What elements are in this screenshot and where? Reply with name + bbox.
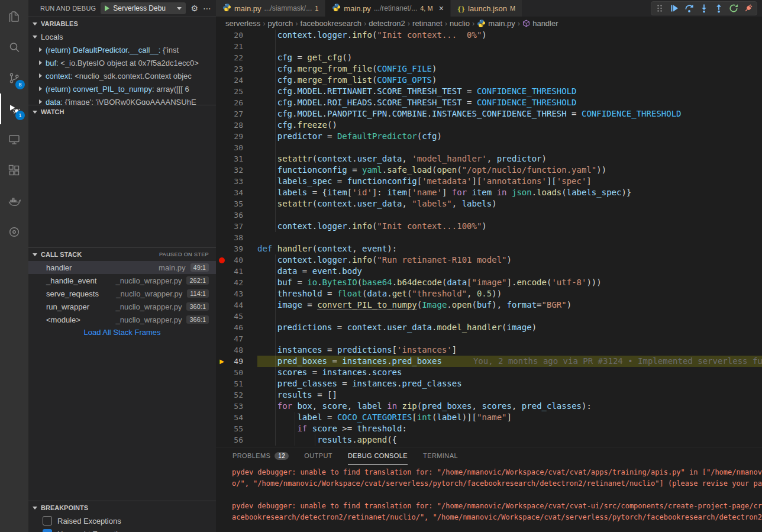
code-editor[interactable]: 20 context.logger.info("Init context... … bbox=[216, 30, 762, 447]
line-number[interactable]: 37 bbox=[228, 221, 243, 232]
code-text[interactable]: labels = {item['id']: item['name'] for i… bbox=[243, 187, 631, 198]
panel-tab-debug-console[interactable]: DEBUG CONSOLE bbox=[348, 447, 408, 465]
glyph-margin[interactable] bbox=[216, 322, 228, 333]
code-text[interactable]: labels_spec = functionconfig['metadata']… bbox=[243, 176, 592, 187]
line-number[interactable]: 42 bbox=[228, 277, 243, 288]
code-text[interactable]: context.logger.info("Run retinanet-R101 … bbox=[243, 254, 512, 266]
step-out-icon[interactable] bbox=[712, 2, 725, 15]
glyph-margin[interactable] bbox=[216, 41, 228, 52]
glyph-margin[interactable] bbox=[216, 75, 228, 86]
code-text[interactable]: data = event.body bbox=[243, 266, 362, 277]
glyph-margin[interactable] bbox=[216, 344, 228, 356]
glyph-margin[interactable] bbox=[216, 131, 228, 142]
breadcrumb-item[interactable]: retinanet bbox=[412, 19, 443, 28]
code-text[interactable]: buf = io.BytesIO(base64.b64decode(data["… bbox=[243, 277, 602, 288]
breadcrumb-item[interactable]: handler bbox=[522, 19, 558, 28]
line-number[interactable]: 35 bbox=[228, 198, 243, 209]
glyph-margin[interactable] bbox=[216, 277, 228, 288]
line-number[interactable]: 33 bbox=[228, 176, 243, 187]
breakpoints-section-header[interactable]: BREAKPOINTS bbox=[28, 501, 216, 514]
line-number[interactable]: 46 bbox=[228, 322, 243, 333]
continue-icon[interactable] bbox=[668, 2, 681, 15]
step-into-icon[interactable] bbox=[698, 2, 711, 15]
glyph-margin[interactable] bbox=[216, 30, 228, 41]
glyph-margin[interactable] bbox=[216, 299, 228, 311]
code-text[interactable]: results.append({ bbox=[243, 434, 397, 446]
glyph-margin[interactable] bbox=[216, 187, 228, 198]
line-number[interactable]: 49 bbox=[228, 356, 243, 367]
line-number[interactable]: 52 bbox=[228, 389, 243, 401]
glyph-margin[interactable] bbox=[216, 120, 228, 131]
editor-tab[interactable]: main.py.../siammask/...1 bbox=[216, 0, 325, 17]
glyph-margin[interactable] bbox=[216, 52, 228, 63]
stack-frame[interactable]: <module>_nuclio_wrapper.py366:1 bbox=[28, 313, 216, 326]
line-number[interactable]: 56 bbox=[228, 434, 243, 446]
activity-item-explorer[interactable] bbox=[0, 1, 28, 32]
panel-tab-output[interactable]: OUTPUT bbox=[304, 447, 332, 465]
line-number[interactable]: 47 bbox=[228, 333, 243, 344]
activity-item-search[interactable] bbox=[0, 32, 28, 63]
code-text[interactable]: pred_classes = instances.pred_classes bbox=[243, 378, 462, 389]
breakpoint-row[interactable]: ✓Uncaught Exceptions bbox=[28, 527, 216, 532]
line-number[interactable]: 44 bbox=[228, 299, 243, 311]
breakpoint-row[interactable]: Raised Exceptions bbox=[28, 514, 216, 527]
code-text[interactable]: pred_boxes = instances.pred_boxesYou, 2 … bbox=[243, 356, 762, 367]
code-text[interactable]: for box, score, label in zip(pred_boxes,… bbox=[243, 401, 592, 412]
line-number[interactable]: 28 bbox=[228, 120, 243, 131]
code-text[interactable]: image = convert_PIL_to_numpy(Image.open(… bbox=[243, 299, 572, 311]
glyph-margin[interactable] bbox=[216, 389, 228, 401]
step-over-icon[interactable] bbox=[683, 2, 696, 15]
glyph-margin[interactable] bbox=[216, 378, 228, 389]
activity-item-docker[interactable] bbox=[0, 186, 28, 217]
activity-item-source-control[interactable]: 8 bbox=[0, 63, 28, 93]
breadcrumb-item[interactable]: main.py bbox=[477, 19, 515, 28]
panel-tab-problems[interactable]: PROBLEMS12 bbox=[233, 447, 289, 465]
code-text[interactable]: cfg.merge_from_list(CONFIG_OPTS) bbox=[243, 75, 437, 86]
variable-row[interactable]: (return) DefaultPredictor.__call__: {'in… bbox=[28, 43, 216, 56]
line-number[interactable]: 55 bbox=[228, 423, 243, 434]
glyph-margin[interactable] bbox=[216, 176, 228, 187]
code-text[interactable]: context.logger.info("Init context... 0%"… bbox=[243, 30, 487, 41]
line-number[interactable]: 32 bbox=[228, 165, 243, 176]
glyph-margin[interactable] bbox=[216, 63, 228, 75]
line-number[interactable]: 20 bbox=[228, 30, 243, 41]
breadcrumb-item[interactable]: facebookresearch bbox=[301, 19, 361, 28]
breadcrumb-item[interactable]: serverless bbox=[225, 19, 260, 28]
glyph-margin[interactable] bbox=[216, 401, 228, 412]
code-text[interactable]: threshold = float(data.get("threshold", … bbox=[243, 288, 502, 299]
glyph-margin[interactable] bbox=[216, 288, 228, 299]
line-number[interactable]: 43 bbox=[228, 288, 243, 299]
glyph-margin[interactable] bbox=[216, 423, 228, 434]
code-text[interactable]: context.logger.info("Init context...100%… bbox=[243, 221, 487, 232]
code-text[interactable]: cfg.freeze() bbox=[243, 120, 337, 131]
line-number[interactable]: 24 bbox=[228, 75, 243, 86]
stack-frame[interactable]: _handle_event_nuclio_wrapper.py262:1 bbox=[28, 274, 216, 287]
code-text[interactable]: predictor = DefaultPredictor(cfg) bbox=[243, 131, 442, 142]
line-number[interactable]: 23 bbox=[228, 63, 243, 75]
glyph-margin[interactable] bbox=[216, 367, 228, 378]
code-text[interactable] bbox=[243, 209, 257, 221]
breadcrumb-item[interactable]: detectron2 bbox=[369, 19, 405, 28]
line-number[interactable]: 30 bbox=[228, 142, 243, 153]
line-number[interactable]: 50 bbox=[228, 367, 243, 378]
glyph-margin[interactable] bbox=[216, 165, 228, 176]
disconnect-icon[interactable] bbox=[742, 2, 755, 15]
glyph-margin[interactable] bbox=[216, 266, 228, 277]
code-text[interactable]: cfg.MODEL.RETINANET.SCORE_THRESH_TEST = … bbox=[243, 86, 577, 97]
line-number[interactable]: 31 bbox=[228, 153, 243, 165]
line-number[interactable]: 36 bbox=[228, 209, 243, 221]
breadcrumb-item[interactable]: pytorch bbox=[268, 19, 293, 28]
checkbox-unchecked[interactable] bbox=[43, 516, 52, 525]
line-number[interactable]: 34 bbox=[228, 187, 243, 198]
line-number[interactable]: 53 bbox=[228, 401, 243, 412]
code-text[interactable]: predictions = context.user_data.model_ha… bbox=[243, 322, 537, 333]
glyph-margin[interactable] bbox=[216, 243, 228, 254]
glyph-margin[interactable] bbox=[216, 221, 228, 232]
code-text[interactable]: setattr(context.user_data, "labels", lab… bbox=[243, 198, 497, 209]
stack-frame[interactable]: run_wrapper_nuclio_wrapper.py360:1 bbox=[28, 300, 216, 313]
code-text[interactable]: setattr(context.user_data, 'model_handle… bbox=[243, 153, 547, 165]
line-number[interactable]: 40 bbox=[228, 254, 243, 266]
code-text[interactable]: cfg = get_cfg() bbox=[243, 52, 352, 63]
gripper-icon[interactable] bbox=[653, 2, 666, 15]
line-number[interactable]: 26 bbox=[228, 97, 243, 108]
